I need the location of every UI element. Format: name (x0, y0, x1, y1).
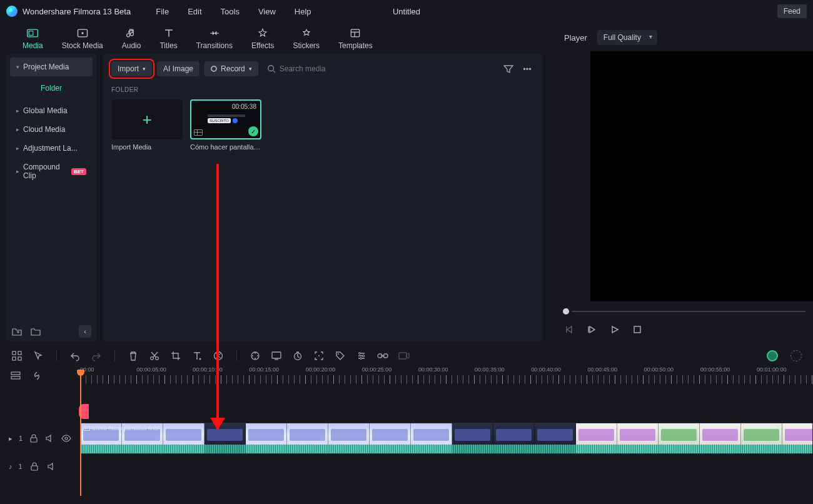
menu-view[interactable]: View (258, 7, 276, 16)
video-track: ▸ 1 Cómo hacer pantallas final (0, 423, 813, 454)
ruler-stamp: 00:00:15:00 (249, 366, 305, 373)
folder-icon[interactable] (30, 326, 41, 337)
link-icon[interactable] (377, 350, 388, 361)
tab-templates[interactable]: Templates (338, 28, 373, 50)
svg-line-8 (273, 71, 275, 73)
undo-icon[interactable] (69, 350, 81, 361)
timeline-toolbar (0, 341, 813, 365)
video-clip[interactable]: Cómo hacer pantallas final (80, 423, 813, 454)
filter-icon[interactable] (502, 62, 515, 76)
lock-icon[interactable] (29, 433, 39, 444)
svg-point-29 (252, 355, 253, 356)
player-scrubber[interactable] (555, 305, 813, 318)
import-button[interactable]: Import▾ (111, 61, 152, 76)
record-icon (211, 66, 217, 72)
quality-select[interactable]: Full Quality (597, 30, 657, 45)
media-content: Import▾ AI Image Record▾ ••• FOLDER + I (103, 54, 543, 341)
more-icon[interactable]: ••• (520, 62, 534, 76)
search-input[interactable] (280, 64, 367, 73)
ai-image-button[interactable]: AI Image (157, 61, 199, 76)
annotation-arrow-icon (216, 164, 219, 429)
feedback-button[interactable]: Feed (777, 4, 807, 18)
sidebar-global-media[interactable]: ▸Global Media (10, 101, 93, 120)
media-sidebar: ▾Project Media Folder ▸Global Media ▸Clo… (6, 54, 96, 341)
crop-icon[interactable] (170, 350, 181, 361)
sidebar-cloud-media[interactable]: ▸Cloud Media (10, 120, 93, 139)
playhead[interactable] (80, 371, 81, 496)
sliders-icon[interactable] (356, 350, 367, 361)
menu-edit[interactable]: Edit (188, 7, 201, 16)
lock-icon[interactable] (29, 461, 40, 472)
ruler-stamp: 00:00:40:00 (531, 366, 587, 373)
stop-button[interactable] (632, 324, 643, 335)
tab-media[interactable]: Media (23, 28, 43, 50)
camera-icon[interactable] (398, 350, 410, 361)
transitions-icon (208, 28, 221, 39)
tab-stickers[interactable]: Stickers (293, 28, 320, 50)
color-icon[interactable] (250, 350, 261, 361)
new-folder-icon[interactable] (11, 326, 23, 337)
svg-rect-30 (272, 352, 281, 358)
app-title: Wondershare Filmora 13 Beta (23, 7, 131, 16)
ruler-stamp: 00:00:20:00 (306, 366, 362, 373)
timer-icon[interactable] (292, 350, 303, 361)
eye-icon[interactable] (61, 433, 71, 444)
screen-icon[interactable] (271, 350, 282, 361)
cut-icon[interactable] (149, 350, 160, 361)
ruler-stamp: 00:00:10:00 (193, 366, 249, 373)
sidebar-compound-clip[interactable]: ▸Compound ClipBET (10, 158, 93, 185)
menu-file[interactable]: File (156, 7, 169, 16)
grid-icon[interactable] (11, 350, 23, 361)
audio-track-icon: ♪ (9, 463, 13, 470)
svg-rect-1 (29, 31, 34, 36)
scrub-handle-icon[interactable] (563, 308, 569, 315)
settings-circle-icon[interactable] (790, 350, 802, 361)
media-clip-tile[interactable]: 00:05:38 SUSCRITO ✓ Cómo hacer pantallas… (190, 99, 261, 151)
svg-point-34 (338, 353, 339, 355)
tab-titles[interactable]: Titles (159, 28, 177, 50)
chevron-down-icon: ▾ (16, 64, 19, 70)
track-layout-icon[interactable] (10, 370, 21, 381)
sidebar-project-media[interactable]: ▾Project Media (10, 58, 93, 76)
beta-badge: BET (71, 168, 86, 175)
play-button[interactable] (609, 324, 620, 335)
search-media[interactable] (263, 62, 371, 76)
menu-bar: File Edit Tools View Help (156, 7, 311, 16)
svg-rect-4 (351, 29, 360, 37)
ruler-stamp: 00:00:30:00 (418, 366, 475, 373)
text-tool-icon[interactable] (191, 350, 203, 361)
mute-icon[interactable] (46, 461, 58, 472)
chevron-right-icon: ▸ (16, 168, 19, 174)
prev-frame-button[interactable] (564, 324, 575, 335)
track-link-icon[interactable] (31, 370, 43, 381)
sidebar-adjustment-layer[interactable]: ▸Adjustment La... (10, 139, 93, 158)
sidebar-folder[interactable]: Folder (10, 79, 93, 98)
tab-stock-media[interactable]: Stock Media (62, 28, 103, 50)
video-track-icon: ▸ (9, 435, 13, 443)
render-button[interactable] (767, 350, 778, 361)
mute-icon[interactable] (45, 433, 55, 444)
focus-icon[interactable] (313, 350, 325, 361)
player-viewport[interactable] (590, 51, 813, 301)
import-media-tile[interactable]: + Import Media (111, 99, 183, 151)
menu-tools[interactable]: Tools (221, 7, 240, 16)
folder-section-label: FOLDER (111, 86, 534, 93)
timeline-ruler[interactable]: 00:0000:00:05:0000:00:10:0000:00:15:0000… (80, 365, 813, 386)
svg-rect-13 (13, 357, 16, 360)
ruler-stamp: 00:00 (80, 366, 136, 373)
record-button[interactable]: Record▾ (205, 61, 258, 76)
ruler-stamp: 00:00:45:00 (587, 366, 644, 373)
tab-effects[interactable]: Effects (251, 28, 274, 50)
svg-point-33 (318, 355, 320, 356)
player-label: Player (564, 33, 587, 43)
delete-icon[interactable] (128, 350, 139, 361)
menu-help[interactable]: Help (295, 7, 311, 16)
cursor-icon[interactable] (33, 350, 44, 361)
tab-transitions[interactable]: Transitions (196, 28, 233, 50)
redo-icon[interactable] (91, 350, 102, 361)
play-in-button[interactable] (587, 324, 598, 335)
player-panel: Player Full Quality (555, 23, 813, 341)
tab-audio[interactable]: Audio (122, 28, 141, 50)
collapse-sidebar-button[interactable]: ‹ (79, 325, 91, 338)
tag-icon[interactable] (335, 350, 346, 361)
